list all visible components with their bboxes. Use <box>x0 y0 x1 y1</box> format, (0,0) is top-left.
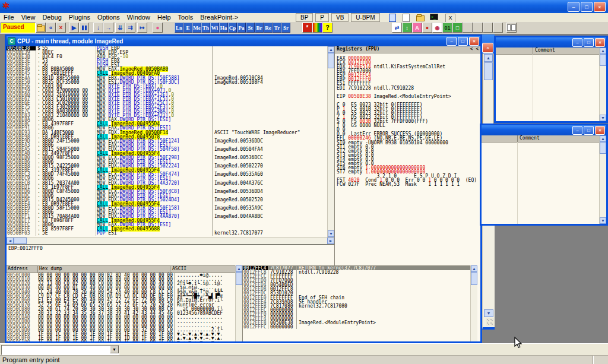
swap-icon[interactable]: ⇄ <box>392 23 402 33</box>
menu-button-bp[interactable]: BP <box>296 13 313 22</box>
step-into-icon[interactable]: ↓ <box>93 23 103 33</box>
animate-into-icon[interactable]: ⇊ <box>115 23 125 33</box>
empty-slot[interactable] <box>463 23 473 33</box>
restart-icon[interactable]: « <box>46 23 56 33</box>
menu-item-breakpoint[interactable]: BreakPoint-> <box>197 13 242 22</box>
dump-vscrollbar[interactable]: ▲ <box>235 265 242 341</box>
window-button-th[interactable]: Th <box>201 23 210 33</box>
panes-icon[interactable] <box>506 23 517 33</box>
toolbar-close-icon[interactable]: X <box>445 14 455 23</box>
cpu-restore-button[interactable]: □ <box>458 37 468 46</box>
animate-over-icon[interactable]: ⇉ <box>125 23 135 33</box>
window-button-tr[interactable]: Tr <box>273 23 281 33</box>
stack-row[interactable]: 0012FFFC00000000 <box>243 325 470 329</box>
comment-window-middle-titlebar[interactable]: – □ × <box>482 125 606 135</box>
disasm-row[interactable]: 0050BEFE.E8 8597F8FFCALL ImageRed.004956… <box>7 227 327 231</box>
window-button-st[interactable]: St <box>246 23 255 33</box>
comment-top-maximize-button[interactable]: □ <box>584 38 594 47</box>
register-line[interactable]: FCW 027F Prec NEAR,53 Mask 1 1 1 1 1 1 <box>337 182 480 186</box>
comment-top-close-button[interactable]: × <box>595 38 605 47</box>
notes-icon[interactable] <box>403 14 412 21</box>
menu-button-ubpm[interactable]: U-BPM <box>351 13 379 22</box>
comment-mid-maximize-button[interactable]: □ <box>584 126 594 135</box>
menu-item-help[interactable]: Help <box>154 13 175 22</box>
background-window-close-button[interactable]: × <box>482 43 493 53</box>
folder-icon[interactable] <box>416 14 426 21</box>
window-button-wi[interactable]: Wi <box>210 23 219 33</box>
comment-column-header[interactable]: Comment <box>533 48 600 54</box>
comment-top-minimize-button[interactable]: – <box>572 38 582 47</box>
close-program-icon[interactable]: × <box>56 23 66 33</box>
main-restore-button[interactable]: □ <box>581 2 593 12</box>
window-button-e[interactable]: E <box>183 23 192 33</box>
window-button-ln[interactable]: Ln <box>175 23 183 33</box>
pause-icon[interactable] <box>79 23 89 33</box>
execute-till-return-icon[interactable]: ↦ <box>137 23 147 33</box>
background-window2-scrollbar[interactable]: ▼ <box>482 226 495 330</box>
window-button-ha[interactable]: Ha <box>219 23 228 33</box>
dump-header-address[interactable]: Address <box>7 266 37 273</box>
menu-item-window[interactable]: Window <box>124 13 154 22</box>
empty-slot[interactable] <box>483 23 493 33</box>
console-icon[interactable]: >_ <box>430 14 439 21</box>
stack-vscrollbar[interactable]: ▲ <box>470 265 477 341</box>
options-gear-icon[interactable]: * <box>302 23 312 33</box>
disassembly-pane[interactable]: 0050BE38$55PUSH EBP0050BE39.8BECMOV EBP,… <box>7 46 327 237</box>
comment-mid-close-button[interactable]: × <box>595 126 605 135</box>
run-icon[interactable]: ▶ <box>69 23 79 33</box>
menu-item-debug[interactable]: Debug <box>39 13 65 22</box>
empty-slot[interactable] <box>493 23 503 33</box>
attach-icon[interactable]: A <box>412 23 422 33</box>
menu-item-options[interactable]: Options <box>94 13 124 22</box>
comment-column-header[interactable]: Comment <box>518 135 600 142</box>
spiral-icon[interactable]: ◉ <box>432 23 442 33</box>
menu-item-plugins[interactable]: Plugins <box>65 13 94 22</box>
menu-button-vb[interactable]: VB <box>331 13 349 22</box>
window-button-sr[interactable]: Sr <box>281 23 290 33</box>
menu-button-p[interactable]: P <box>315 13 329 22</box>
disasm-row[interactable]: 0050BF03.5EPOP ESIkernel32.7C817077 <box>7 231 327 235</box>
command-input[interactable] <box>2 346 109 354</box>
disasm-row[interactable]: 0050BE3E.53PUSH EBX <box>7 59 327 63</box>
cpu-close-button[interactable]: × <box>469 37 479 46</box>
comment-mid-minimize-button[interactable]: – <box>572 126 582 135</box>
step-over-icon[interactable]: → <box>103 23 113 33</box>
main-minimize-button[interactable]: – <box>568 2 580 12</box>
window-icon[interactable]: □ <box>452 23 463 33</box>
registers-pane-arrows[interactable]: < < <box>470 46 479 53</box>
window-button-me[interactable]: Me <box>192 23 201 33</box>
background-window-scrollbar[interactable]: ▲ <box>483 53 493 124</box>
empty-slot[interactable] <box>473 23 483 33</box>
help-icon[interactable]: ? <box>322 23 332 33</box>
disasm-row[interactable]: 0050BE3B.83C4 F0ADD ESP,-10 <box>7 55 327 59</box>
hex-row[interactable]: 0050C1001F 00 1F 001F 00 1F 001F 00 1F 0… <box>7 340 235 341</box>
appearance-icon[interactable] <box>312 23 322 33</box>
disasm-row[interactable]: 0050BE38$55PUSH EBP <box>7 46 327 50</box>
cpu-minimize-button[interactable]: – <box>446 37 457 46</box>
command-dropdown-button[interactable]: ▼ <box>110 346 119 353</box>
window-button-re[interactable]: Re <box>264 23 273 33</box>
window-button-pa[interactable]: Pa <box>237 23 246 33</box>
menu-item-view[interactable]: View <box>18 13 39 22</box>
register-line[interactable]: T 0 GS 0000 NULL <box>337 124 480 128</box>
main-close-button[interactable]: × <box>594 2 606 12</box>
comment-mid-vscrollbar[interactable]: ▲ ▼ <box>599 135 606 224</box>
resize-grip[interactable] <box>486 318 494 326</box>
dump-header-hex[interactable]: Hex dump <box>37 266 170 273</box>
dump-pane[interactable]: Address Hex dump ASCII 0050C00000 00 00 … <box>7 265 235 341</box>
menu-item-tools[interactable]: Tools <box>175 13 197 22</box>
binary-icon[interactable]: 01 <box>442 23 452 33</box>
comment-window-top-titlebar[interactable]: – □ × <box>496 37 606 48</box>
dump-header-ascii[interactable]: ASCII <box>170 266 235 273</box>
registers-pane[interactable]: Registers (FPU) < < EAX 00000000ECX 0012… <box>334 46 480 265</box>
disassembly-vscrollbar[interactable]: ▲ ▼ <box>327 46 334 237</box>
copy-icon[interactable] <box>389 14 398 21</box>
record-icon[interactable]: ● <box>422 23 432 33</box>
menu-item-file[interactable]: File <box>0 13 18 22</box>
window-button-cp[interactable]: Cp <box>228 23 237 33</box>
updown-icon[interactable]: ↕ <box>402 23 412 33</box>
disassembly-hscrollbar[interactable]: ◄ ► <box>7 237 334 244</box>
comment-top-vscrollbar[interactable]: ▲ ▼ <box>599 48 606 121</box>
cpu-window-title-bar[interactable]: C CPU - main thread, module ImageRed – □… <box>7 36 480 46</box>
register-line[interactable]: EIP 0050BE38 ImageRed.<ModuleEntryPoint> <box>337 94 480 99</box>
